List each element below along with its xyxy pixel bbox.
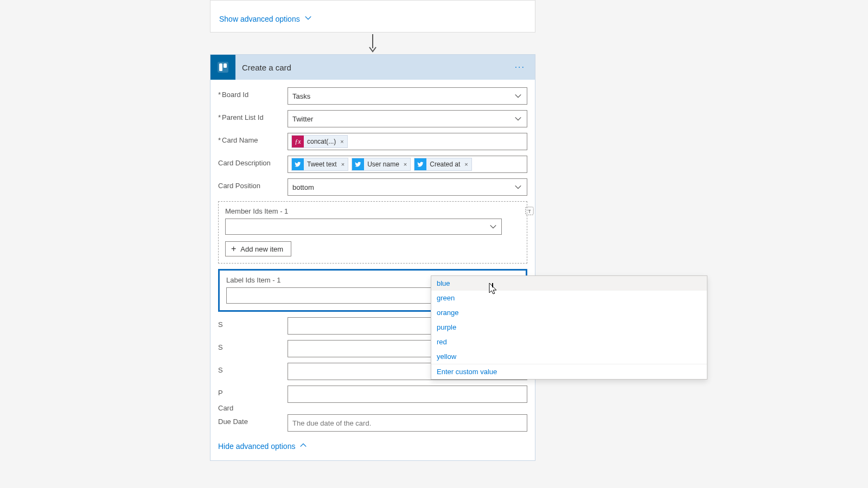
token-created-at[interactable]: Created at × <box>414 158 471 171</box>
partial-label-s2: S <box>218 340 288 351</box>
flow-arrow <box>210 33 535 54</box>
hidden-field-4[interactable] <box>288 386 527 403</box>
card-description-label: Card Description <box>218 159 271 167</box>
svg-text:T: T <box>528 209 531 214</box>
action-title: Create a card <box>242 63 512 72</box>
add-new-item-label: Add new item <box>240 245 283 253</box>
add-new-item-button[interactable]: + Add new item <box>225 241 291 256</box>
token-remove-icon[interactable]: × <box>464 161 468 168</box>
hide-advanced-label: Hide advanced options <box>218 442 295 451</box>
parent-list-id-label: Parent List Id <box>222 113 264 121</box>
due-date-input[interactable]: The due date of the card. <box>288 414 527 432</box>
chevron-down-icon <box>509 88 527 104</box>
plus-icon: + <box>231 245 236 253</box>
option-purple[interactable]: purple <box>431 320 707 335</box>
twitter-icon <box>414 158 426 170</box>
hide-advanced-link[interactable]: Hide advanced options <box>218 441 527 451</box>
card-position-label: Card Position <box>218 182 260 190</box>
parent-list-id-value: Twitter <box>292 115 522 123</box>
parent-list-id-select[interactable]: Twitter <box>288 110 527 127</box>
token-text: concat(...) <box>307 138 336 145</box>
token-user-name[interactable]: User name × <box>352 158 411 171</box>
token-concat[interactable]: ƒx concat(...) × <box>291 135 348 148</box>
token-tweet-text[interactable]: Tweet text × <box>291 158 348 171</box>
token-text: Tweet text <box>307 160 337 168</box>
trello-icon <box>210 55 235 80</box>
option-enter-custom[interactable]: Enter custom value <box>431 364 707 379</box>
board-id-value: Tasks <box>292 92 522 100</box>
previous-action-card: Show advanced options <box>210 0 535 33</box>
chevron-down-icon <box>485 219 501 234</box>
chevron-down-icon <box>509 179 527 195</box>
option-orange[interactable]: orange <box>431 305 707 320</box>
switch-to-array-button[interactable]: T <box>524 205 535 217</box>
fx-icon: ƒx <box>292 136 304 147</box>
twitter-icon <box>352 158 364 170</box>
svg-rect-3 <box>224 63 227 68</box>
twitter-icon <box>292 158 304 170</box>
member-ids-select[interactable] <box>225 219 502 235</box>
card-description-input[interactable]: Tweet text × User name × <box>288 156 527 173</box>
card-name-label: Card Name <box>222 136 258 144</box>
token-remove-icon[interactable]: × <box>340 138 343 145</box>
partial-label-s1: S <box>218 317 288 329</box>
create-card-action: Create a card ··· *Board Id Tasks *Pa <box>210 54 535 461</box>
action-menu-button[interactable]: ··· <box>512 62 528 72</box>
card-position-value: bottom <box>292 183 522 191</box>
chevron-up-icon <box>299 441 307 451</box>
chevron-down-icon <box>509 111 527 127</box>
card-position-select[interactable]: bottom <box>288 178 527 196</box>
token-text: User name <box>367 160 399 168</box>
option-yellow[interactable]: yellow <box>431 349 707 364</box>
due-date-label: Due Date <box>218 414 288 426</box>
member-ids-label: Member Ids Item - 1 <box>225 207 520 215</box>
option-green[interactable]: green <box>431 291 707 305</box>
partial-label-p: P <box>218 386 288 397</box>
member-ids-block: Member Ids Item - 1 + Add new item T <box>218 201 527 264</box>
board-id-select[interactable]: Tasks <box>288 87 527 105</box>
due-date-placeholder: The due date of the card. <box>292 419 371 427</box>
board-id-label: Board Id <box>222 91 248 99</box>
option-red[interactable]: red <box>431 335 707 349</box>
partial-label-card: Card <box>218 404 527 412</box>
svg-rect-2 <box>219 63 222 71</box>
token-remove-icon[interactable]: × <box>341 161 344 168</box>
token-remove-icon[interactable]: × <box>404 161 407 168</box>
action-header[interactable]: Create a card ··· <box>210 55 535 80</box>
option-blue[interactable]: blue <box>431 276 707 291</box>
card-name-input[interactable]: ƒx concat(...) × <box>288 133 527 150</box>
show-advanced-label: Show advanced options <box>219 15 300 23</box>
partial-label-s3: S <box>218 363 288 374</box>
chevron-down-icon <box>304 14 312 23</box>
label-ids-dropdown: blue green orange purple red yellow Ente… <box>431 275 707 380</box>
show-advanced-link[interactable]: Show advanced options <box>219 14 312 23</box>
token-text: Created at <box>430 160 460 168</box>
